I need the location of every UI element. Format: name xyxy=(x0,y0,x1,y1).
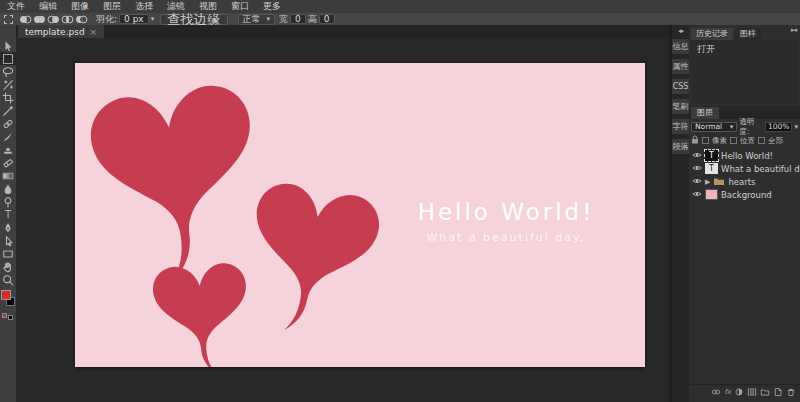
strip-tab-brush[interactable]: 笔刷 xyxy=(672,99,689,114)
menu-select[interactable]: 选择 xyxy=(128,0,160,13)
layer-row-subtitle[interactable]: T What a beautiful day. xyxy=(689,162,800,175)
photo-editor-app: 文件 编辑 图像 图层 选择 滤镜 视图 窗口 更多 羽化: 0 px ▾ 查找… xyxy=(0,0,800,402)
blend-dropdown-icon: ▾ xyxy=(730,123,734,131)
menu-layer[interactable]: 图层 xyxy=(96,0,128,13)
width-input[interactable]: 0 xyxy=(290,14,306,24)
menu-window[interactable]: 窗口 xyxy=(224,0,256,13)
right-panel: ◂▸ 信息 属性 CSS 笔刷 字符 段落 ▸◂ 历史记录 图样 打开 图层 N… xyxy=(672,25,800,402)
tab-swatches[interactable]: 图样 xyxy=(735,28,761,40)
strip-tab-info[interactable]: 信息 xyxy=(672,39,689,54)
document-tab[interactable]: template.psd × xyxy=(18,25,104,38)
visibility-eye-icon[interactable] xyxy=(692,190,702,200)
visibility-eye-icon[interactable] xyxy=(692,177,702,187)
move-tool[interactable] xyxy=(0,39,16,52)
selection-mode-subtract-icon[interactable] xyxy=(46,14,60,24)
lock-all-checkbox[interactable] xyxy=(758,137,765,144)
brush-tool[interactable] xyxy=(0,130,16,143)
visibility-eye-icon[interactable] xyxy=(692,164,702,174)
default-colors-widget[interactable] xyxy=(0,313,16,321)
layers-footer: fx xyxy=(689,384,800,398)
opacity-value[interactable]: 100% xyxy=(765,122,792,132)
lasso-tool[interactable] xyxy=(0,65,16,78)
pen-tool[interactable] xyxy=(0,221,16,234)
close-tab-icon[interactable]: × xyxy=(90,27,98,37)
lock-icon xyxy=(691,135,699,146)
group-expander-icon[interactable]: ▶ xyxy=(705,178,710,186)
workspace: Hello World! What a beautiful day. xyxy=(16,38,669,402)
healing-brush-tool[interactable] xyxy=(0,117,16,130)
height-input[interactable]: 0 xyxy=(319,14,335,24)
magic-wand-tool[interactable] xyxy=(0,78,16,91)
selection-mode-new-icon[interactable] xyxy=(18,14,32,24)
panel-strip: ◂▸ 信息 属性 CSS 笔刷 字符 段落 xyxy=(672,25,689,402)
new-group-icon[interactable] xyxy=(760,387,770,397)
layers-list: T Hello World! T What a beautiful day. ▶… xyxy=(689,149,800,201)
gradient-tool[interactable] xyxy=(0,169,16,182)
small-heart xyxy=(147,250,258,367)
opacity-dropdown-icon[interactable]: ▾ xyxy=(794,123,798,131)
tab-layers[interactable]: 图层 xyxy=(691,107,719,119)
foreground-color-swatch[interactable] xyxy=(1,290,11,300)
new-layer-icon[interactable] xyxy=(773,387,783,397)
marquee-tool-icon xyxy=(4,15,13,24)
refine-edge-button[interactable]: 查找边缘 xyxy=(160,14,227,25)
toolbox: T xyxy=(0,25,16,402)
text-layer-thumb: T xyxy=(705,163,718,174)
strip-tab-paragraph[interactable]: 段落 xyxy=(672,139,689,154)
document-tab-title: template.psd xyxy=(25,27,85,37)
opacity-label: 透明度: xyxy=(739,117,763,137)
layer-row-background[interactable]: Background xyxy=(689,188,800,201)
tab-history[interactable]: 历史记录 xyxy=(691,28,733,40)
style-value: 正常 xyxy=(243,15,261,24)
crop-tool[interactable] xyxy=(0,91,16,104)
visibility-eye-icon[interactable] xyxy=(692,151,702,161)
layer-effects-icon[interactable]: fx xyxy=(724,388,731,396)
menu-file[interactable]: 文件 xyxy=(0,0,32,13)
background-layer-thumb xyxy=(705,189,718,200)
delete-layer-icon[interactable] xyxy=(786,387,796,397)
layer-name: Background xyxy=(721,190,772,200)
blend-mode-select[interactable]: Normal ▾ xyxy=(691,122,737,132)
style-dropdown-icon: ▾ xyxy=(267,15,271,24)
strip-tab-css[interactable]: CSS xyxy=(672,79,689,94)
height-label: 高 xyxy=(308,13,317,26)
menu-more[interactable]: 更多 xyxy=(256,0,288,13)
selection-mode-add-icon[interactable] xyxy=(32,14,46,24)
dodge-tool[interactable] xyxy=(0,195,16,208)
rect-shape-tool[interactable] xyxy=(0,247,16,260)
blur-tool[interactable] xyxy=(0,182,16,195)
hand-tool[interactable] xyxy=(0,260,16,273)
expand-strip-icon[interactable]: ◂▸ xyxy=(672,27,689,35)
canvas[interactable]: Hello World! What a beautiful day. xyxy=(75,63,645,367)
history-tab-group: 历史记录 图样 xyxy=(689,28,800,40)
feather-input[interactable]: 0 px xyxy=(119,14,149,24)
layer-mask-icon[interactable] xyxy=(747,387,757,397)
style-select[interactable]: 正常▾ xyxy=(238,14,276,25)
mini-background-swatch xyxy=(8,315,13,320)
clone-stamp-tool[interactable] xyxy=(0,143,16,156)
layer-row-hearts-group[interactable]: ▶ hearts xyxy=(689,175,800,188)
rect-select-tool[interactable] xyxy=(0,52,16,65)
lock-position-checkbox[interactable] xyxy=(730,137,737,144)
strip-tab-character[interactable]: 字符 xyxy=(672,119,689,134)
lock-pixels-checkbox[interactable] xyxy=(702,137,709,144)
direct-select-tool[interactable] xyxy=(0,234,16,247)
width-label: 宽 xyxy=(279,13,288,26)
folder-icon xyxy=(713,176,725,188)
link-layers-icon[interactable] xyxy=(711,387,721,397)
selection-mode-exclude-icon[interactable] xyxy=(74,14,88,24)
menu-edit[interactable]: 编辑 xyxy=(32,0,64,13)
layer-row-hello-world[interactable]: T Hello World! xyxy=(689,149,800,162)
eyedropper-tool[interactable] xyxy=(0,104,16,117)
panel-main: ▸◂ 历史记录 图样 打开 图层 Normal ▾ 透明度: 100% ▾ xyxy=(689,25,800,402)
strip-tab-properties[interactable]: 属性 xyxy=(672,59,689,74)
zoom-tool[interactable] xyxy=(0,273,16,286)
type-tool[interactable]: T xyxy=(0,208,16,221)
lock-row: 像素 位置 全部 xyxy=(691,135,798,146)
history-entry-open[interactable]: 打开 xyxy=(691,40,798,59)
eraser-tool[interactable] xyxy=(0,156,16,169)
menu-image[interactable]: 图像 xyxy=(64,0,96,13)
adjustment-layer-icon[interactable] xyxy=(734,387,744,397)
selection-mode-intersect-icon[interactable] xyxy=(60,14,74,24)
feather-dropdown-icon[interactable]: ▾ xyxy=(151,15,155,23)
